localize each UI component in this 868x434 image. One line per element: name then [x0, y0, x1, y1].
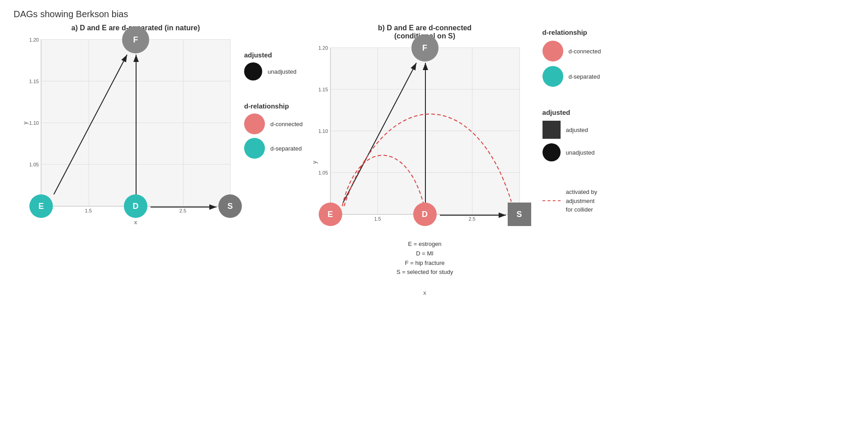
- node-a-D: D: [124, 194, 147, 218]
- tick-y-b-115: 1.15: [318, 87, 328, 92]
- page-container: DAGs showing Berkson bias a) D and E are…: [0, 0, 868, 434]
- legend-circle-unadjusted-b: [542, 143, 561, 161]
- legend-circle-connected-b: [542, 41, 563, 61]
- annotation-line-2: D = MI: [330, 249, 520, 259]
- legend-b-d-title: d-relationship: [542, 28, 601, 36]
- legend-a: adjusted unadjusted d-relationship d-con…: [244, 51, 303, 162]
- chart-b-y-label: y: [311, 161, 317, 164]
- tick-x-15: 1.5: [85, 208, 92, 213]
- legend-square-adjusted: [542, 121, 561, 139]
- tick-x-b-25: 2.5: [468, 216, 475, 222]
- legend-a-unadjusted: unadjusted: [244, 62, 303, 80]
- legend-a-adjusted-title: adjusted: [244, 51, 303, 59]
- chart-b-title-line1: b) D and E are d-connected: [330, 24, 520, 32]
- svg-line-1: [54, 55, 127, 194]
- legend-dashed-label-line2: adjustment: [566, 197, 597, 206]
- legend-a-separated: d-separated: [244, 138, 303, 159]
- node-b-F: F: [411, 34, 439, 61]
- chart-a-panel: a) D and E are d-spearated (in nature) y: [41, 24, 231, 207]
- tick-y-110: 1.10: [29, 120, 39, 126]
- legend-dashed-label-line1: activated by: [566, 188, 597, 197]
- legend-b-unadjusted: unadjusted: [542, 143, 601, 161]
- legend-label-separated-b: d-separated: [569, 73, 600, 80]
- chart-a-y-label: y: [22, 122, 28, 125]
- legend-label-adjusted-b: adjusted: [566, 127, 588, 133]
- legend-b-adjusted: adjusted: [542, 121, 601, 139]
- node-b-S: S: [508, 203, 531, 226]
- legend-label-separated-a: d-separated: [270, 145, 302, 152]
- chart-a-area: 1.00 1.05 1.10 1.15 1.20 1.0 1.5 2.0 2.5…: [41, 39, 231, 207]
- legend-a-connected: d-connected: [244, 113, 303, 134]
- legend-a-d-title: d-relationship: [244, 102, 303, 110]
- legend-dashed-label: activated by adjustment for collider: [566, 188, 597, 214]
- tick-y-115: 1.15: [29, 79, 39, 84]
- annotation-line-1: E = estrogen: [330, 240, 520, 249]
- legend-label-unadjusted-b: unadjusted: [566, 149, 595, 156]
- node-b-E: E: [319, 203, 342, 226]
- node-b-D: D: [413, 203, 437, 226]
- tick-x-25: 2.5: [179, 208, 186, 213]
- legend-label-connected-a: d-connected: [270, 121, 303, 127]
- legend-dashed-line: [542, 200, 561, 201]
- chart-b-x-label: x: [423, 289, 426, 296]
- tick-y-b-120: 1.20: [318, 45, 328, 51]
- legend-circle-unadjusted: [244, 62, 262, 80]
- legend-label-unadjusted: unadjusted: [268, 68, 297, 75]
- legend-b: d-relationship d-connected d-separated a…: [542, 28, 601, 214]
- tick-y-b-105: 1.05: [318, 170, 328, 175]
- tick-x-b-15: 1.5: [374, 216, 381, 222]
- legend-label-connected-b: d-connected: [569, 48, 601, 55]
- legend-b-separated: d-separated: [542, 66, 601, 87]
- node-a-F: F: [122, 26, 149, 53]
- node-a-E: E: [29, 194, 53, 218]
- chart-a-x-label: x: [134, 219, 137, 226]
- legend-circle-separated-b: [542, 66, 563, 87]
- tick-y-b-110: 1.10: [318, 128, 328, 134]
- annotation-line-4: S = selected for study: [330, 268, 520, 277]
- tick-y-105: 1.05: [29, 162, 39, 167]
- legend-b-adjusted-title: adjusted: [542, 108, 601, 116]
- svg-line-5: [343, 63, 416, 203]
- legend-circle-connected-a: [244, 113, 265, 134]
- tick-y-120: 1.20: [29, 37, 39, 42]
- legend-circle-separated-a: [244, 138, 265, 159]
- legend-b-connected: d-connected: [542, 41, 601, 61]
- annotation-line-3: F = hip fracture: [330, 259, 520, 268]
- chart-b-panel: b) D and E are d-connected (conditional …: [330, 24, 520, 277]
- legend-dashed-label-line3: for collider: [566, 205, 597, 214]
- node-a-S: S: [218, 194, 242, 218]
- main-title: DAGs showing Berkson bias: [14, 9, 854, 19]
- charts-row: a) D and E are d-spearated (in nature) y: [14, 24, 854, 277]
- chart-b-area: 1.00 1.05 1.10 1.15 1.20 1.0 1.5 2.0 2.5…: [330, 47, 520, 215]
- annotations: E = estrogen D = MI F = hip fracture S =…: [330, 240, 520, 277]
